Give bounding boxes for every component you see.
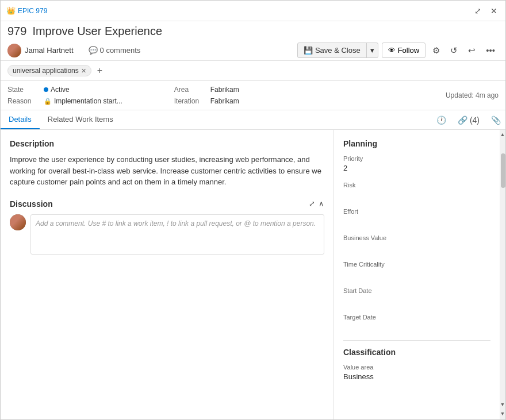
discussion-collapse-button[interactable]: ∧ [319, 199, 324, 208]
planning-title: Planning [343, 139, 490, 148]
user-avatar [7, 44, 21, 57]
effort-value[interactable] [343, 217, 490, 225]
planning-field-target-date: Target Date [343, 314, 490, 331]
tag-universal-applications: universal applications ✕ [7, 65, 91, 76]
more-options-button[interactable]: ••• [482, 43, 499, 57]
updated-timestamp: Updated: 4m ago [446, 91, 499, 99]
classification-field-value-area: Value area Business [343, 364, 490, 381]
save-close-dropdown-arrow[interactable]: ▾ [367, 43, 378, 57]
description-text: Improve the user experience by conductin… [10, 154, 324, 188]
meta-group-state: State Active Reason 🔒 Implementation sta… [7, 86, 122, 105]
left-panel: Description Improve the user experience … [1, 130, 334, 419]
iteration-field: Iteration Fabrikam [174, 97, 239, 105]
reason-label: Reason [7, 97, 39, 105]
scroll-down-arrow[interactable]: ▼ [500, 400, 505, 409]
epic-breadcrumb-link[interactable]: 👑 EPIC 979 [6, 6, 47, 15]
business-value-value[interactable] [343, 243, 490, 252]
comment-icon: 💬 [89, 46, 98, 55]
toolbar-right: 💾 Save & Close ▾ 👁 Follow ⚙ ↺ ↩ ••• [297, 43, 499, 58]
comments-button[interactable]: 💬 0 comments [89, 46, 141, 55]
area-label: Area [174, 86, 206, 94]
state-dot-icon [44, 87, 48, 92]
discussion-expand-button[interactable]: ⤢ [309, 199, 315, 208]
meta-row: State Active Reason 🔒 Implementation sta… [1, 81, 505, 110]
section-divider [343, 340, 490, 341]
planning-field-effort: Effort [343, 208, 490, 225]
scroll-up-arrow[interactable]: ▲ [500, 130, 505, 139]
user-name: Jamal Hartnett [25, 46, 74, 55]
area-value: Fabrikam [210, 86, 239, 94]
priority-value[interactable]: 2 [343, 164, 490, 172]
discussion-header: Discussion ⤢ ∧ [10, 199, 324, 209]
comment-input[interactable]: Add a comment. Use # to link a work item… [30, 214, 324, 255]
comments-count: 0 comments [100, 46, 141, 55]
value-area-value[interactable]: Business [343, 372, 490, 381]
planning-field-start-date: Start Date [343, 287, 490, 305]
planning-field-business-value: Business Value [343, 234, 490, 252]
area-field: Area Fabrikam [174, 86, 239, 94]
time-criticality-value[interactable] [343, 269, 490, 278]
work-item-title: Improve User Experience [32, 25, 162, 38]
work-item-number: 979 [7, 25, 26, 38]
scrollbar-track: ▲ ▼ ▼ [500, 130, 505, 419]
work-item-window: 👑 EPIC 979 ⤢ ✕ 979 Improve User Experien… [0, 0, 506, 420]
reason-value: 🔒 Implementation start... [44, 97, 122, 105]
settings-button[interactable]: ⚙ [429, 43, 443, 58]
save-close-button[interactable]: 💾 Save & Close ▾ [297, 43, 378, 58]
expand-button[interactable]: ⤢ [472, 5, 484, 17]
description-title: Description [10, 139, 324, 148]
reason-field: Reason 🔒 Implementation start... [7, 97, 122, 105]
tag-label: universal applications [13, 67, 79, 75]
time-criticality-label: Time Criticality [343, 261, 490, 268]
risk-label: Risk [343, 182, 490, 188]
close-button[interactable]: ✕ [488, 5, 500, 17]
comment-area: Add a comment. Use # to link a work item… [10, 214, 324, 255]
attachments-button[interactable]: 📎 [486, 112, 505, 128]
tab-icons: 🕐 🔗 (4) 📎 [432, 112, 505, 128]
scrollbar-thumb[interactable] [501, 153, 505, 188]
discussion-controls: ⤢ ∧ [309, 199, 324, 208]
planning-field-risk: Risk [343, 182, 490, 199]
planning-field-time-criticality: Time Criticality [343, 261, 490, 278]
epic-label: EPIC 979 [18, 7, 47, 15]
links-button[interactable]: 🔗 (4) [453, 112, 484, 128]
tab-details[interactable]: Details [1, 110, 40, 129]
classification-title: Classification [343, 348, 490, 357]
target-date-value[interactable] [343, 322, 490, 331]
value-area-label: Value area [343, 364, 490, 371]
history-icon-button[interactable]: 🕐 [432, 112, 451, 128]
meta-group-area: Area Fabrikam Iteration Fabrikam [174, 86, 239, 105]
target-date-label: Target Date [343, 314, 490, 321]
follow-eye-icon: 👁 [388, 46, 396, 55]
scroll-bottom-arrow[interactable]: ▼ [500, 409, 505, 418]
window-controls: ⤢ ✕ [472, 5, 500, 17]
commenter-avatar [10, 214, 26, 230]
tags-row: universal applications ✕ + [1, 61, 505, 81]
start-date-value[interactable] [343, 296, 490, 305]
iteration-value: Fabrikam [210, 97, 239, 105]
undo-button[interactable]: ↩ [465, 43, 479, 58]
state-label: State [7, 86, 39, 94]
planning-field-priority: Priority 2 [343, 155, 490, 172]
follow-button[interactable]: 👁 Follow [382, 43, 426, 58]
crown-icon: 👑 [6, 6, 16, 15]
add-tag-button[interactable]: + [95, 64, 105, 77]
top-bar: 👑 EPIC 979 ⤢ ✕ [1, 1, 505, 21]
risk-value[interactable] [343, 190, 490, 199]
refresh-button[interactable]: ↺ [447, 43, 461, 58]
lock-icon: 🔒 [44, 98, 52, 105]
content-area: Description Improve the user experience … [1, 130, 505, 419]
tab-related-work-items[interactable]: Related Work Items [40, 110, 121, 129]
state-value: Active [44, 86, 70, 94]
tab-bar: Details Related Work Items 🕐 🔗 (4) 📎 [1, 110, 505, 130]
start-date-label: Start Date [343, 287, 490, 294]
state-field: State Active [7, 86, 122, 94]
discussion-title: Discussion [10, 199, 53, 209]
toolbar: Jamal Hartnett 💬 0 comments 💾 Save & Clo… [1, 40, 505, 61]
iteration-label: Iteration [174, 97, 206, 105]
save-close-label[interactable]: 💾 Save & Close [298, 43, 366, 57]
title-row: 979 Improve User Experience [1, 21, 505, 40]
business-value-label: Business Value [343, 234, 490, 241]
right-panel: Planning Priority 2 Risk Effort Business… [334, 130, 500, 419]
tag-remove-button[interactable]: ✕ [81, 67, 86, 75]
